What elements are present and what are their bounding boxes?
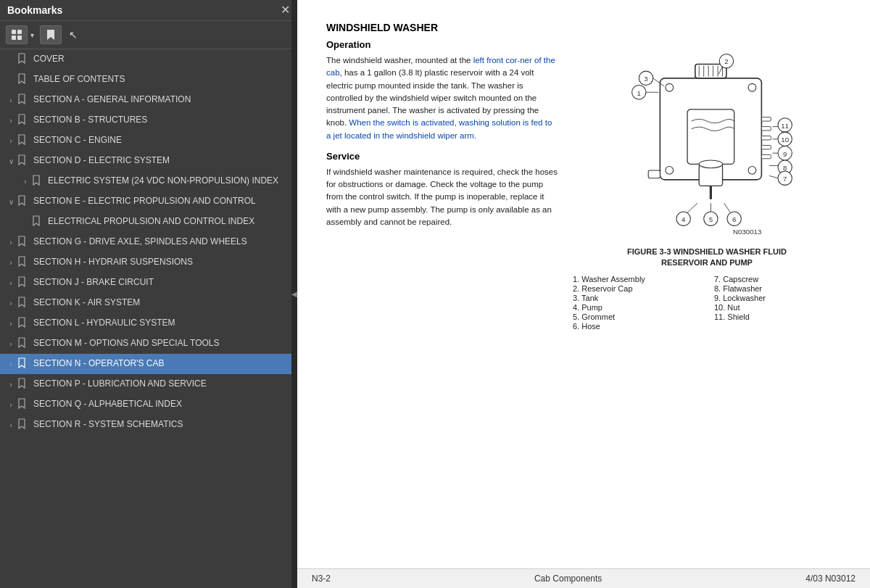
svg-line-52 (687, 203, 697, 212)
bookmarks-list: COVER TABLE OF CONTENTS › SECTION A - GE… (0, 49, 297, 588)
bookmark-label: TABLE OF CONTENTS (33, 74, 294, 86)
part-item: 2. Reservoir Cap (573, 284, 700, 293)
svg-rect-0 (12, 30, 16, 34)
bookmark-label: ELECTRIC SYSTEM (24 VDC NON-PROPULSION) … (48, 175, 294, 187)
svg-line-49 (769, 175, 778, 178)
bookmark-icon (17, 134, 29, 147)
grid-view-button[interactable] (6, 25, 28, 44)
bookmark-icon (17, 154, 29, 167)
bookmark-sec-d-sub1[interactable]: › ELECTRIC SYSTEM (24 VDC NON-PROPULSION… (0, 171, 297, 191)
panel-header: Bookmarks ✕ (0, 0, 297, 21)
bookmark-cover[interactable]: COVER (0, 49, 297, 70)
bookmark-icon (32, 175, 44, 188)
svg-text:2: 2 (724, 57, 728, 65)
bookmark-sec-h[interactable]: › SECTION H - HYDRAIR SUSPENSIONS (0, 252, 297, 273)
svg-text:N030013: N030013 (733, 228, 761, 236)
highlight-text: left front cor-ner of the cab (326, 56, 555, 77)
bookmark-icon (17, 276, 29, 289)
expand-arrow: ∨ (6, 157, 16, 165)
bookmark-label: SECTION P - LUBRICATION AND SERVICE (33, 378, 294, 390)
expand-arrow: › (6, 117, 16, 125)
bookmark-label: SECTION R - SYSTEM SCHEMATICS (33, 419, 294, 431)
bookmark-label: SECTION J - BRAKE CIRCUIT (33, 277, 294, 289)
bookmark-sec-c[interactable]: › SECTION C - ENGINE (0, 131, 297, 151)
bookmark-icon (17, 378, 29, 391)
bookmark-sec-k[interactable]: › SECTION K - AIR SYSTEM (0, 293, 297, 313)
bookmark-icon (17, 114, 29, 127)
svg-rect-2 (12, 36, 16, 40)
bookmark-icon (17, 53, 29, 66)
part-item: 10. Nut (714, 303, 841, 312)
bookmark-label: SECTION C - ENGINE (33, 135, 294, 146)
svg-point-5 (666, 83, 674, 91)
bookmark-icon (17, 337, 29, 350)
bookmark-icon (32, 215, 44, 228)
svg-point-8 (748, 167, 756, 175)
part-item (714, 322, 841, 331)
svg-rect-20 (761, 117, 771, 121)
bookmark-sec-e-sub1[interactable]: ELECTRICAL PROPULSION AND CONTROL INDEX (0, 212, 297, 232)
bookmark-sec-p[interactable]: › SECTION P - LUBRICATION AND SERVICE (0, 374, 297, 394)
svg-rect-1 (17, 30, 22, 34)
bookmark-sec-a[interactable]: › SECTION A - GENERAL INFORMATION (0, 90, 297, 110)
bookmark-icon (17, 418, 29, 431)
bookmark-view-button[interactable] (40, 25, 62, 44)
svg-text:11: 11 (781, 122, 789, 130)
close-button[interactable]: ✕ (281, 4, 290, 16)
svg-text:10: 10 (781, 136, 789, 144)
bookmark-sec-g[interactable]: › SECTION G - DRIVE AXLE, SPINDLES AND W… (0, 232, 297, 252)
bookmark-icon (17, 94, 29, 107)
bookmark-label: SECTION B - STRUCTURES (33, 115, 294, 126)
expand-arrow: › (6, 279, 16, 287)
bookmark-sec-q[interactable]: › SECTION Q - ALPHABETICAL INDEX (0, 394, 297, 415)
svg-rect-22 (761, 136, 771, 140)
svg-rect-23 (761, 145, 771, 149)
bookmark-sec-r[interactable]: › SECTION R - SYSTEM SCHEMATICS (0, 415, 297, 435)
footer-section: Cab Components (534, 573, 602, 584)
document-title: WINDSHIELD WASHER (326, 22, 841, 33)
bookmark-sec-j[interactable]: › SECTION J - BRAKE CIRCUIT (0, 273, 297, 293)
part-item: 3. Tank (573, 294, 700, 302)
bookmark-label: SECTION N - OPERATOR'S CAB (33, 358, 294, 370)
resize-handle[interactable] (291, 0, 297, 588)
part-item: 5. Grommet (573, 312, 700, 321)
bookmark-label: COVER (33, 54, 294, 65)
bookmark-label: ELECTRICAL PROPULSION AND CONTROL INDEX (48, 216, 294, 228)
figure-diagram: 3 2 1 11 10 (605, 39, 808, 242)
bookmark-sec-d[interactable]: ∨ SECTION D - ELECTRIC SYSTEM (0, 151, 297, 171)
svg-rect-25 (648, 170, 660, 178)
part-item: 1. Washer Assembly (573, 275, 700, 283)
document-content: WINDSHIELD WASHER Operation The windshie… (297, 0, 870, 568)
bookmark-label: SECTION A - GENERAL INFORMATION (33, 94, 294, 106)
bookmark-sec-b[interactable]: › SECTION B - STRUCTURES (0, 110, 297, 131)
toolbar: ▾ ↖ (0, 21, 297, 49)
expand-arrow: › (6, 259, 16, 267)
bookmark-icon (17, 73, 29, 86)
bookmark-sec-l[interactable]: › SECTION L - HYDRAULIC SYSTEM (0, 313, 297, 334)
svg-text:9: 9 (783, 150, 787, 158)
svg-rect-16 (687, 109, 734, 164)
bookmark-icon (17, 317, 29, 330)
document-text-column: Operation The windshield washer, mounted… (326, 39, 558, 237)
bookmark-label: SECTION G - DRIVE AXLE, SPINDLES AND WHE… (33, 236, 294, 248)
bookmark-sec-n[interactable]: › SECTION N - OPERATOR'S CAB (0, 354, 297, 374)
part-item: 11. Shield (714, 312, 841, 321)
bookmark-sec-e[interactable]: ∨ SECTION E - ELECTRIC PROPULSION AND CO… (0, 191, 297, 212)
bookmark-toc[interactable]: TABLE OF CONTENTS (0, 70, 297, 90)
grid-view-dropdown[interactable]: ▾ (29, 31, 36, 39)
bookmark-icon (17, 297, 29, 310)
svg-text:7: 7 (783, 175, 787, 183)
svg-point-18 (699, 160, 722, 168)
svg-line-58 (724, 203, 731, 212)
expand-arrow: › (6, 421, 16, 429)
expand-arrow: › (6, 239, 16, 247)
cursor-icon: ↖ (69, 29, 78, 41)
document-main-area: Operation The windshield washer, mounted… (326, 39, 841, 331)
svg-point-7 (666, 167, 674, 175)
bookmark-label: SECTION M - OPTIONS AND SPECIAL TOOLS (33, 338, 294, 349)
bookmark-label: SECTION D - ELECTRIC SYSTEM (33, 155, 294, 167)
bookmark-sec-m[interactable]: › SECTION M - OPTIONS AND SPECIAL TOOLS (0, 334, 297, 354)
bookmark-label: SECTION K - AIR SYSTEM (33, 297, 294, 309)
expand-arrow (6, 56, 16, 64)
service-heading: Service (326, 151, 558, 162)
